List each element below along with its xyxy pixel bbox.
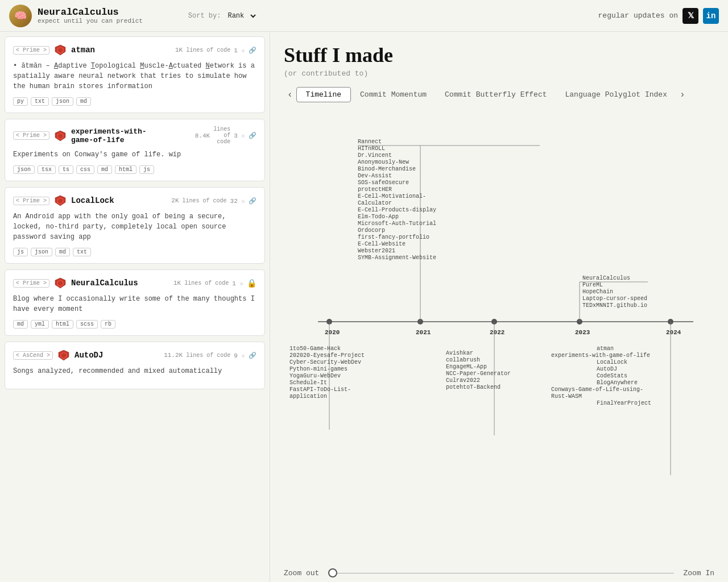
tag: html	[52, 320, 73, 329]
card-header-right: 8.4K linesofcode 3 ☆ 🔗	[195, 126, 257, 145]
link-icon[interactable]: 🔗	[249, 47, 257, 54]
lines-count: 1K	[175, 47, 183, 53]
svg-text:potehtoT-Backend: potehtoT-Backend	[446, 384, 500, 390]
prime-badge: < Prime >	[13, 279, 49, 288]
card-title-locallock: LocalLock	[71, 196, 114, 205]
tag: scss	[76, 320, 98, 329]
star-count: 9 ☆	[234, 352, 245, 359]
link-icon[interactable]: 🔗	[249, 197, 257, 205]
card-header-left: < Prime > LocalLock	[13, 194, 114, 207]
tab-language-polyglot[interactable]: Language Polyglot Index	[556, 88, 676, 102]
lines-count: 11.2K	[164, 352, 183, 359]
card-header: < AsCend > AutoDJ 11.2K lines of code 9 …	[13, 349, 257, 361]
tab-prev-arrow[interactable]: ‹	[284, 89, 296, 101]
svg-text:atman: atman	[597, 346, 614, 352]
tag: md	[76, 97, 91, 106]
sortby-select[interactable]: Rank Stars Lines	[225, 11, 258, 20]
svg-text:Dr.Vincent: Dr.Vincent	[358, 152, 392, 159]
star-count: 1 ☆	[232, 280, 243, 287]
card-title-experiments: experiments-with-game-of-life	[71, 127, 147, 144]
card-header-left: < Prime > experiments-with-game-of-life	[13, 127, 147, 144]
card-locallock: < Prime > LocalLock 2K lines of code 32 …	[5, 187, 265, 264]
lines-count: 8.4K	[195, 132, 210, 139]
tag: html	[115, 165, 136, 174]
card-desc-experiments: Experiments on Conway's game of life. wi…	[13, 149, 257, 160]
svg-text:Laptop-cursor-speed: Laptop-cursor-speed	[582, 296, 647, 302]
card-atman: < Prime > atman 1K lines of code 1 ☆ 🔗	[5, 36, 265, 113]
card-neuralcalculus: < Prime > NeuralCalculus 1K lines of cod…	[5, 269, 265, 336]
card-desc-locallock: An Android app with the only goal of bei…	[13, 211, 257, 242]
svg-text:E-Cell-Motivational-: E-Cell-Motivational-	[358, 193, 426, 199]
svg-text:experiments-with-game-of-life: experiments-with-game-of-life	[551, 352, 650, 359]
card-header: < Prime > atman 1K lines of code 1 ☆ 🔗	[13, 44, 257, 56]
logo-text-block: NeuralCalculus expect until you can pred…	[38, 7, 143, 24]
tag: css	[76, 165, 94, 174]
tag: md	[55, 248, 70, 256]
svg-text:YogaGuru-WebDev: YogaGuru-WebDev	[289, 373, 341, 379]
star-count: 32 ☆	[230, 197, 245, 205]
tag: json	[13, 165, 35, 174]
lines-label: lines of code	[186, 352, 230, 359]
main-layout: < Prime > atman 1K lines of code 1 ☆ 🔗	[0, 32, 728, 582]
tags-atman: py txt json md	[13, 97, 257, 106]
tab-timeline[interactable]: Timeline	[296, 87, 351, 102]
right-panel: Stuff I made (or contributed to) ‹ Timel…	[270, 32, 728, 582]
svg-text:EngageML-App: EngageML-App	[446, 364, 487, 370]
left-panel: < Prime > atman 1K lines of code 1 ☆ 🔗	[0, 32, 270, 582]
card-title-nc: NeuralCalculus	[71, 278, 138, 288]
logo-area: 🧠 NeuralCalculus expect until you can pr…	[9, 5, 143, 27]
svg-text:Elm-Todo-App: Elm-Todo-App	[358, 214, 399, 220]
svg-text:FastAPI-ToDo-List-: FastAPI-ToDo-List-	[289, 386, 351, 393]
link-icon[interactable]: 🔗	[249, 352, 257, 359]
svg-text:HITnROLL: HITnROLL	[358, 146, 385, 152]
tag: py	[13, 97, 28, 106]
shield-icon	[54, 44, 67, 56]
prime-badge: < Prime >	[13, 46, 49, 55]
x-social-button[interactable]: 𝕏	[682, 8, 698, 24]
sortby-area: Sort by: Rank Stars Lines	[188, 11, 258, 20]
svg-text:1to50-Game-Hack: 1to50-Game-Hack	[289, 346, 341, 352]
card-header: < Prime > NeuralCalculus 1K lines of cod…	[13, 277, 257, 289]
card-header-left: < Prime > NeuralCalculus	[13, 277, 138, 289]
tabs-area: ‹ Timeline Commit Momentum Commit Butter…	[284, 87, 714, 102]
tab-commit-momentum[interactable]: Commit Momentum	[351, 88, 436, 102]
svg-text:LocalLock: LocalLock	[597, 359, 627, 365]
prime-badge: < Prime >	[13, 197, 49, 205]
card-header: < Prime > LocalLock 2K lines of code 32 …	[13, 194, 257, 207]
svg-text:CodeStats: CodeStats	[597, 373, 627, 379]
sortby-label: Sort by:	[188, 12, 221, 20]
tag: md	[13, 320, 28, 329]
card-desc-autodj: Songs analyzed, recommended and mixed au…	[13, 366, 257, 376]
tab-commit-butterfly[interactable]: Commit Butterfly Effect	[436, 88, 556, 102]
card-desc-nc: Blog where I occasionally write some of …	[13, 294, 257, 314]
lines-label: lines of code	[184, 280, 229, 286]
zoom-controls: Zoom out Zoom In	[284, 562, 714, 582]
tab-next-arrow[interactable]: ›	[676, 89, 689, 101]
svg-text:PureML: PureML	[582, 282, 603, 288]
card-header-right: 11.2K lines of code 9 ☆ 🔗	[164, 352, 257, 359]
svg-text:NCC-Paper-Generator: NCC-Paper-Generator	[446, 371, 511, 377]
svg-text:protectHER: protectHER	[358, 186, 392, 193]
svg-text:Rust-WASM: Rust-WASM	[551, 393, 582, 400]
lock-icon: 🔒	[247, 278, 257, 288]
card-title-autodj: AutoDJ	[75, 351, 103, 360]
lines-label: linesofcode	[213, 126, 230, 145]
tag: yml	[31, 320, 49, 329]
tag: txt	[31, 97, 49, 106]
svg-text:2021: 2021	[416, 329, 431, 336]
svg-text:Conways-Game-of-Life-using-: Conways-Game-of-Life-using-	[551, 386, 643, 393]
timeline-area: 2020 2021 2022 2023 2024 Ran	[284, 111, 714, 562]
tags-locallock: js json md txt	[13, 248, 257, 256]
zoom-handle[interactable]	[328, 568, 337, 577]
shield-icon	[57, 349, 70, 361]
zoom-in-label: Zoom In	[683, 569, 714, 577]
linkedin-button[interactable]: in	[703, 8, 719, 24]
card-header: < Prime > experiments-with-game-of-life …	[13, 126, 257, 145]
zoom-out-label: Zoom out	[284, 569, 319, 577]
topbar: 🧠 NeuralCalculus expect until you can pr…	[0, 0, 728, 32]
card-header-right: 2K lines of code 32 ☆ 🔗	[171, 197, 257, 205]
zoom-slider-area[interactable]	[328, 568, 674, 577]
svg-text:Anonymously-New: Anonymously-New	[358, 159, 409, 165]
link-icon[interactable]: 🔗	[249, 132, 257, 139]
page-subtitle: (or contributed to)	[284, 69, 714, 78]
